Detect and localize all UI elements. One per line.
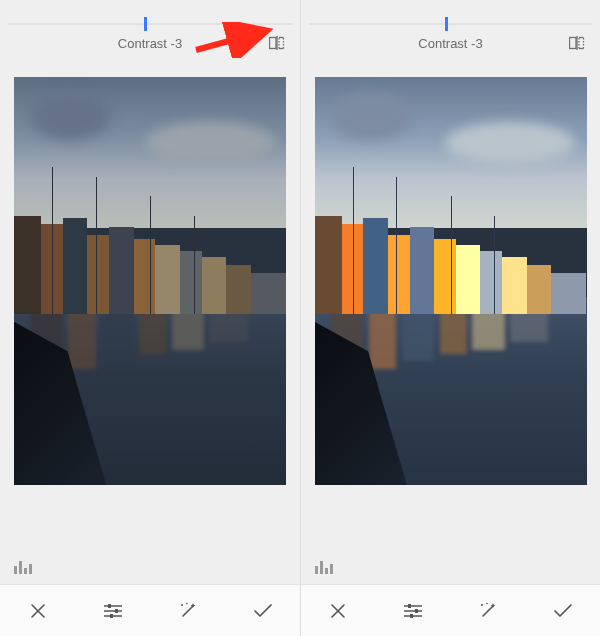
photo-preview[interactable] [14,77,286,485]
compare-button[interactable] [268,34,286,52]
confirm-button[interactable] [542,590,584,632]
svg-rect-16 [115,609,118,613]
svg-line-19 [183,606,193,616]
slider-track [8,23,292,25]
compare-before-after-icon [269,36,285,50]
svg-rect-14 [108,604,111,608]
check-icon [553,603,573,619]
annotation-arrow [194,22,278,58]
adjustment-label-row: Contrast -3 [0,26,300,59]
preview-area [0,59,300,556]
slider-track [309,23,592,25]
adjustment-slider-row [301,0,600,26]
adjustment-slider-row [0,0,300,26]
photo-buildings [14,216,286,314]
svg-rect-22 [570,38,577,49]
editor-pane-before: Contrast -3 [0,0,300,636]
bottom-toolbar [0,584,300,636]
magic-button[interactable] [167,590,209,632]
svg-rect-0 [270,38,277,49]
svg-point-20 [181,604,183,606]
compare-button[interactable] [568,34,586,52]
sliders-icon [103,603,123,619]
adjustment-label: Contrast -3 [118,36,182,51]
magic-button[interactable] [467,590,509,632]
photo-buildings [315,216,587,314]
cancel-button[interactable] [17,590,59,632]
magic-wand-icon [178,601,198,621]
svg-line-12 [196,32,262,50]
confirm-button[interactable] [242,590,284,632]
cancel-button[interactable] [317,590,359,632]
histogram-icon [14,566,17,574]
check-icon [253,603,273,619]
svg-line-40 [483,606,493,616]
svg-rect-39 [410,614,413,618]
histogram-icon [315,566,318,574]
compare-before-after-icon [569,36,585,50]
svg-point-41 [481,604,483,606]
close-icon [329,602,347,620]
adjustment-label: Contrast -3 [418,36,482,51]
close-icon [29,602,47,620]
magic-wand-icon [478,601,498,621]
preview-area [301,59,600,556]
histogram-button[interactable] [315,560,333,574]
svg-rect-18 [110,614,113,618]
bottom-toolbar [301,584,600,636]
histogram-row [0,556,300,584]
svg-point-21 [186,602,188,604]
tune-button[interactable] [92,590,134,632]
adjustment-label-row: Contrast -3 [301,26,600,59]
photo-preview[interactable] [315,77,587,485]
histogram-button[interactable] [14,560,32,574]
sliders-icon [403,603,423,619]
tune-button[interactable] [392,590,434,632]
svg-point-42 [486,602,488,604]
svg-rect-37 [415,609,418,613]
histogram-row [301,556,600,584]
editor-pane-after: Contrast -3 [300,0,600,636]
svg-rect-35 [408,604,411,608]
